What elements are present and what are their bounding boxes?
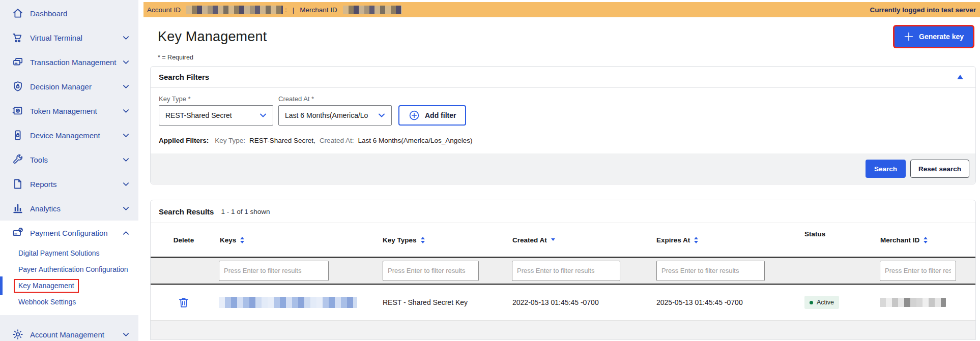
search-results-title: Search Results: [159, 207, 214, 216]
table-row: REST - Shared Secret Key 2022-05-13 01:4…: [151, 285, 975, 321]
sidebar-item-dashboard[interactable]: Dashboard: [0, 1, 138, 25]
environment-message: Currently logged into test server: [870, 6, 976, 14]
sidebar-item-label: Transaction Management: [30, 58, 122, 67]
chevron-up-icon: [122, 229, 130, 237]
sidebar-item-analytics[interactable]: Analytics: [0, 196, 138, 221]
sidebar-item-label: Reports: [30, 180, 122, 189]
expires-at-filter-input[interactable]: [656, 261, 765, 281]
shield-lock-icon: [11, 80, 24, 93]
account-id-label: Account ID: [147, 6, 181, 14]
results-footer: [151, 321, 975, 340]
sort-icon[interactable]: [694, 236, 699, 244]
document-icon: [11, 178, 24, 191]
applied-created-at-label: Created At:: [320, 137, 354, 144]
generate-key-label: Generate key: [919, 33, 964, 41]
sidebar-item-label: Tools: [30, 156, 122, 164]
sidebar-subitem-digital-payment-solutions[interactable]: Digital Payment Solutions: [0, 245, 138, 261]
chevron-down-icon: [122, 83, 130, 90]
sidebar-item-label: Token Management: [30, 107, 122, 115]
search-results-panel: Search Results 1 - 1 of 1 shown Delete K…: [150, 200, 976, 340]
column-header-key-types: Key Types: [383, 236, 417, 244]
sidebar-item-device-management[interactable]: Device Management: [0, 123, 138, 147]
sort-icon[interactable]: [420, 236, 425, 244]
sort-desc-icon[interactable]: [551, 238, 556, 242]
bar-chart-icon: [11, 202, 24, 215]
created-at-filter-input[interactable]: [512, 261, 620, 281]
created-at-cell: 2022-05-13 01:45:45 -0700: [512, 298, 599, 306]
sidebar-subitem-label: Key Management: [18, 282, 74, 290]
redacted-key-value: [219, 297, 357, 308]
sidebar-item-virtual-terminal[interactable]: Virtual Terminal: [0, 25, 138, 50]
main-content: Account ID : | Merchant ID Currently log…: [143, 0, 980, 341]
sidebar-subitem-label: Payer Authentication Configuration: [18, 265, 128, 273]
merchant-id-filter-input[interactable]: [880, 261, 956, 281]
payment-configuration-group: Payment Configuration Digital Payment So…: [0, 221, 138, 315]
key-types-filter-input[interactable]: [383, 261, 479, 281]
key-type-cell: REST - Shared Secret Key: [383, 298, 468, 306]
redacted-merchant-id: [343, 6, 402, 14]
chevron-down-icon: [122, 107, 130, 115]
sidebar-subitem-label: Webhook Settings: [18, 298, 76, 306]
sidebar-item-label: Decision Manager: [30, 82, 122, 91]
sidebar-item-account-management[interactable]: Account Management: [0, 322, 138, 341]
status-label: Active: [817, 299, 834, 306]
keys-filter-input[interactable]: [219, 261, 329, 281]
vault-icon: [11, 105, 24, 117]
redacted-account-id: [186, 6, 283, 14]
sidebar-item-reports[interactable]: Reports: [0, 172, 138, 196]
created-at-value: Last 6 Months(America/Lo: [285, 111, 377, 119]
cart-icon: [11, 32, 24, 44]
generate-key-button[interactable]: Generate key: [895, 26, 973, 47]
collapse-panel-icon[interactable]: [957, 75, 963, 79]
search-filters-title: Search Filters: [159, 73, 209, 81]
search-button[interactable]: Search: [866, 160, 906, 178]
key-type-value: REST-Shared Secret: [165, 111, 258, 119]
chevron-down-icon: [122, 205, 130, 212]
sidebar-item-payment-configuration[interactable]: Payment Configuration: [0, 221, 138, 245]
sidebar-subitem-payer-authentication-configuration[interactable]: Payer Authentication Configuration: [0, 261, 138, 277]
search-filters-panel: Search Filters Key Type * Created At * R…: [150, 66, 976, 184]
trash-icon: [177, 296, 190, 309]
chevron-down-icon: [122, 180, 130, 188]
expires-at-cell: 2025-05-13 01:45:45 -0700: [656, 298, 743, 306]
key-management-page: Dashboard Virtual Terminal Transaction M…: [0, 0, 980, 341]
add-filter-button[interactable]: Add filter: [398, 105, 466, 126]
key-type-select[interactable]: REST-Shared Secret: [159, 105, 273, 126]
sort-icon[interactable]: [240, 236, 245, 244]
results-filter-row: [151, 257, 975, 285]
delete-key-button[interactable]: [177, 296, 190, 309]
created-at-label: Created At *: [278, 95, 314, 103]
chevron-down-icon: [122, 132, 130, 139]
applied-created-at-value: Last 6 Months(America/Los_Angeles): [358, 137, 472, 144]
environment-topbar: Account ID : | Merchant ID Currently log…: [143, 2, 980, 17]
sidebar: Dashboard Virtual Terminal Transaction M…: [0, 0, 138, 341]
chevron-down-icon: [122, 34, 130, 42]
chevron-down-icon: [377, 111, 386, 120]
home-icon: [11, 7, 24, 20]
chevron-down-icon: [122, 58, 130, 66]
sidebar-subitem-webhook-settings[interactable]: Webhook Settings: [0, 294, 138, 310]
column-header-delete: Delete: [174, 236, 194, 244]
sidebar-subitem-key-management[interactable]: Key Management: [0, 277, 138, 294]
status-badge: Active: [804, 296, 839, 309]
sidebar-item-label: Payment Configuration: [30, 229, 122, 237]
reset-search-button[interactable]: Reset search: [910, 160, 969, 178]
sidebar-item-label: Dashboard: [30, 9, 130, 18]
applied-key-type-label: Key Type:: [215, 137, 245, 144]
colon-separator: :: [285, 6, 287, 14]
results-count: 1 - 1 of 1 shown: [221, 208, 270, 215]
sidebar-item-token-management[interactable]: Token Management: [0, 99, 138, 123]
circle-plus-icon: [409, 110, 420, 121]
column-header-expires-at: Expires At: [656, 236, 690, 244]
card-check-icon: [11, 227, 24, 239]
cards-icon: [11, 56, 24, 69]
created-at-select[interactable]: Last 6 Months(America/Lo: [278, 105, 392, 126]
sidebar-item-tools[interactable]: Tools: [0, 147, 138, 172]
sidebar-item-label: Account Management: [30, 330, 122, 339]
column-header-status: Status: [804, 230, 825, 238]
sidebar-item-transaction-management[interactable]: Transaction Management: [0, 50, 138, 74]
wrench-icon: [11, 153, 24, 166]
sidebar-item-decision-manager[interactable]: Decision Manager: [0, 74, 138, 99]
column-header-created-at: Created At: [512, 236, 547, 244]
sort-icon[interactable]: [923, 236, 928, 244]
